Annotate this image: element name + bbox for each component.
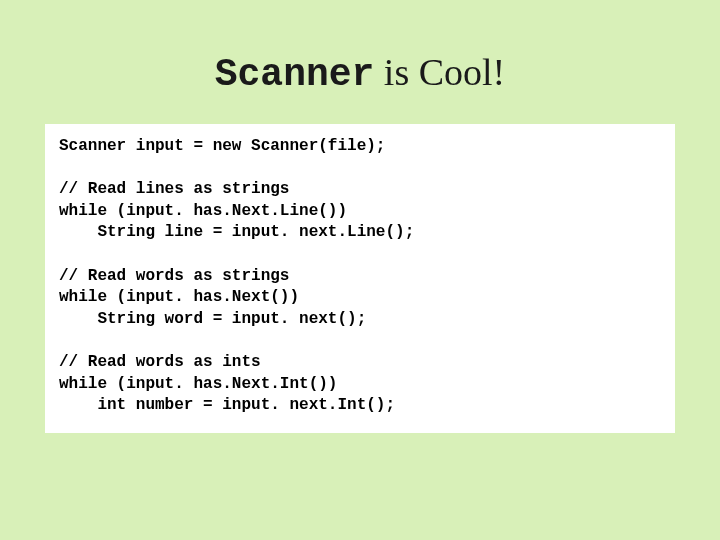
code-block: Scanner input = new Scanner(file); // Re… [45,124,675,433]
title-mono: Scanner [215,53,375,96]
code-line: Scanner input = new Scanner(file); [59,137,385,155]
code-comment: // Read lines as strings [59,180,289,198]
code-line: while (input. has.Next.Line()) [59,202,347,220]
code-comment: // Read words as strings [59,267,289,285]
code-comment: // Read words as ints [59,353,261,371]
code-line: while (input. has.Next()) [59,288,299,306]
slide-title: Scanner is Cool! [45,50,675,96]
title-rest: is Cool! [374,51,505,93]
code-line: String word = input. next(); [59,310,366,328]
code-line: String line = input. next.Line(); [59,223,414,241]
code-line: int number = input. next.Int(); [59,396,395,414]
code-line: while (input. has.Next.Int()) [59,375,337,393]
